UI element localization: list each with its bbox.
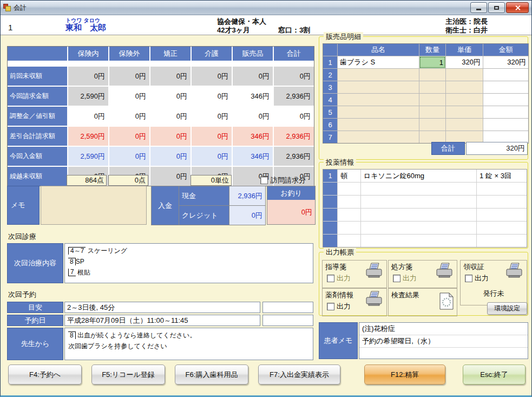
sales-qty-cell[interactable]: 1: [419, 56, 445, 68]
medication-dose-cell: [477, 235, 527, 247]
receipt-output-checkbox[interactable]: [465, 275, 472, 282]
billing-value-cell: 0円: [150, 67, 191, 86]
environment-settings-button[interactable]: 環境設定: [487, 302, 527, 315]
guidance-sheet-panel: 指導箋 出力: [322, 260, 387, 288]
billing-value-cell: 0円: [68, 107, 108, 126]
sales-column-header: 品名: [338, 44, 419, 56]
appointment-date-extra-field[interactable]: [262, 315, 313, 326]
sales-amount-cell: [483, 69, 528, 81]
f4-reservation-button[interactable]: F4:予約へ: [8, 365, 82, 385]
credit-value[interactable]: 0円: [229, 206, 265, 225]
sales-item-name-cell[interactable]: [338, 69, 419, 81]
sales-unit-price-cell[interactable]: [446, 131, 483, 143]
sales-unit-price-cell[interactable]: [446, 106, 483, 118]
guide-label: 目安: [7, 302, 63, 313]
output-forms-section-title: 出力帳票: [324, 248, 356, 257]
billing-value-cell: 0円: [192, 67, 232, 86]
memo-area[interactable]: [41, 186, 147, 225]
sales-qty-cell[interactable]: [419, 131, 445, 143]
maximize-button[interactable]: [488, 2, 505, 13]
sales-qty-cell[interactable]: [419, 119, 445, 131]
sales-item-name-cell[interactable]: [338, 131, 419, 143]
sales-unit-price-cell[interactable]: [446, 81, 483, 93]
sales-row-number: 7: [323, 131, 337, 143]
printer-icon[interactable]: [504, 262, 524, 281]
medication-row-number: [323, 209, 337, 221]
document-icon[interactable]: [439, 292, 454, 313]
billing-value-cell: 2,936円: [274, 87, 314, 106]
cash-value[interactable]: 2,936円: [229, 186, 265, 205]
prescription-output-check-row: 出力: [393, 274, 417, 283]
billing-value-cell: 2,936円: [274, 127, 314, 146]
medication-section-title: 投薬情報: [324, 158, 356, 167]
billing-value-cell: 0円: [150, 167, 191, 186]
change-value: 0円: [267, 200, 315, 224]
hygienist: 衛生士：白井: [445, 25, 488, 35]
next-treatment-content[interactable]: 4～7 スケーリング8SP7 根貼: [64, 243, 313, 283]
sales-amount-cell: [483, 81, 528, 93]
medication-name-cell: ロキソニン錠60mg: [361, 170, 476, 182]
medication-usage-cell: 頓: [338, 170, 360, 182]
guide-field[interactable]: 2～3日後, 45分: [64, 302, 260, 313]
patient-memo-area[interactable]: (注)花粉症 予約の希望曜日,（水）: [359, 322, 528, 359]
credit-label: クレジット: [179, 206, 229, 225]
receipt-output-label: 出力: [475, 274, 489, 283]
f6-purchase-dental-items-button[interactable]: F6:購入歯科用品: [175, 365, 248, 385]
medication-name-cell: [361, 183, 476, 195]
printer-icon[interactable]: [435, 262, 454, 281]
sales-qty-cell[interactable]: [419, 69, 445, 81]
minimize-button[interactable]: [470, 2, 487, 13]
drug-info-output-check-row: 出力: [327, 302, 351, 311]
billing-value-cell: 2,590円: [68, 127, 108, 146]
appointment-date-label: 予約日: [7, 315, 63, 326]
sales-item-name-cell[interactable]: [338, 119, 419, 131]
close-icon: [515, 5, 521, 11]
visit-billing-label: 訪問請求分: [271, 175, 306, 185]
sales-qty-cell[interactable]: [419, 94, 445, 106]
prescription-output-checkbox[interactable]: [393, 275, 400, 282]
care-units-field: 0単位: [191, 175, 232, 186]
drug-info-output-checkbox[interactable]: [327, 303, 334, 310]
esc-exit-button[interactable]: Esc:終了: [463, 365, 526, 385]
sales-amount-cell: [483, 94, 528, 106]
sales-unit-price-cell[interactable]: [446, 94, 483, 106]
f12-settlement-button[interactable]: F12:精算: [364, 365, 445, 385]
tooth-notation: 8: [68, 331, 76, 339]
guide-extra-field[interactable]: [262, 302, 313, 313]
sales-item-name-cell[interactable]: [338, 81, 419, 93]
patient-name: 東和 太郎: [65, 23, 106, 33]
minimize-icon: [476, 9, 481, 10]
sales-item-name-cell[interactable]: [338, 106, 419, 118]
medication-row-number: [323, 222, 337, 234]
visit-billing-checkbox[interactable]: [260, 177, 268, 184]
notation-line: 次回歯ブラシを持参してください: [68, 341, 310, 352]
sales-unit-price-cell[interactable]: [446, 69, 483, 81]
app-icon: [3, 4, 11, 11]
f7-payment-history-button[interactable]: F7:入出金実績表示: [258, 365, 340, 385]
sales-qty-cell[interactable]: [419, 81, 445, 93]
sales-corner-cell: [323, 44, 337, 56]
outside-points-field: 0点: [108, 175, 148, 186]
billing-column-header: 介護: [192, 47, 232, 61]
printer-icon[interactable]: [364, 262, 384, 281]
billing-column-header: 保険外: [109, 47, 149, 61]
sales-unit-price-cell[interactable]: [446, 119, 483, 131]
sales-item-name-cell[interactable]: 歯ブラシ S: [338, 56, 419, 68]
billing-value-cell: 0円: [109, 107, 149, 126]
insurance-points-field: 864点: [67, 175, 107, 186]
billing-value-cell: 346円: [233, 127, 273, 146]
f5-recall-register-button[interactable]: F5:リコール登録: [91, 365, 165, 385]
from-doctor-content[interactable]: 8 出血が続くようなら連絡してください。次回歯ブラシを持参してください: [64, 328, 313, 360]
close-button[interactable]: [506, 2, 529, 13]
from-doctor-label: 先生から: [7, 328, 63, 360]
sales-total-button[interactable]: 合計: [431, 142, 465, 155]
appointment-date-field[interactable]: 平成28年07月09日（土）11:00～11:45: [64, 315, 260, 326]
printer-icon[interactable]: [364, 290, 384, 309]
medication-row-number: [323, 196, 337, 208]
receipt-status: 発行未: [461, 289, 527, 298]
sales-qty-cell[interactable]: [419, 106, 445, 118]
sales-item-name-cell[interactable]: [338, 94, 419, 106]
sales-unit-price-cell[interactable]: 320円: [446, 56, 483, 68]
billing-value-cell: 0円: [274, 107, 314, 126]
guidance-output-checkbox[interactable]: [327, 275, 334, 282]
